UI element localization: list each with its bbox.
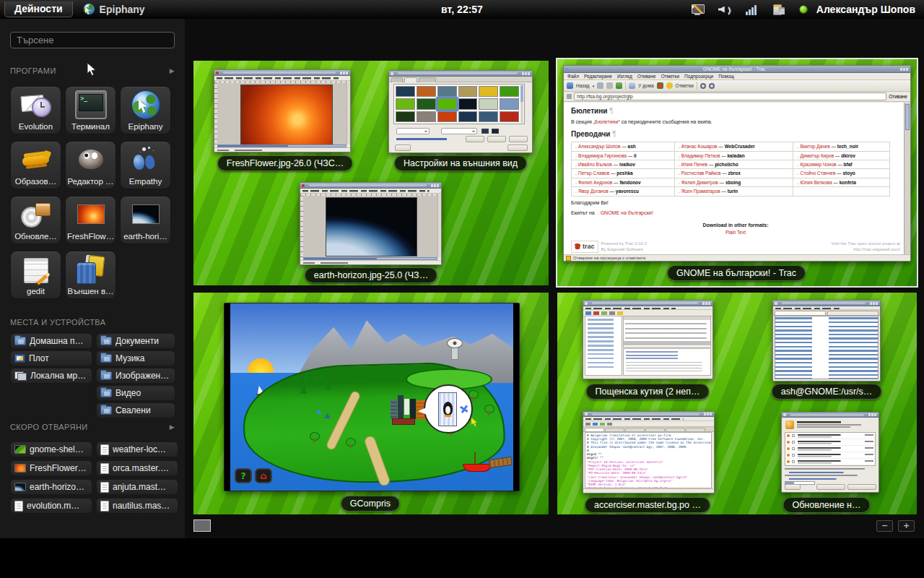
app-tile-empathy[interactable]: Empathy bbox=[120, 141, 171, 189]
translator-link[interactable]: Явор Доганов bbox=[578, 189, 609, 194]
wallpaper-thumb[interactable] bbox=[417, 98, 436, 109]
wallpaper-thumb[interactable] bbox=[417, 86, 436, 97]
update-row[interactable] bbox=[785, 433, 875, 439]
recent-item[interactable]: evolution.m… bbox=[10, 498, 92, 514]
update-row[interactable] bbox=[785, 452, 875, 459]
recent-item[interactable]: nautilus.mas… bbox=[96, 498, 178, 514]
place-item[interactable]: Документи bbox=[96, 333, 175, 349]
volume-icon[interactable] bbox=[718, 4, 731, 15]
translator-link[interactable]: Филип Андонов bbox=[578, 180, 612, 185]
remove-workspace-button[interactable]: − bbox=[876, 520, 893, 532]
update-row[interactable] bbox=[785, 446, 875, 452]
menu-item[interactable]: Файл bbox=[567, 74, 579, 79]
wallpaper-thumb[interactable] bbox=[458, 86, 478, 97]
display-icon[interactable] bbox=[691, 4, 704, 15]
wallpaper-thumb[interactable] bbox=[437, 86, 457, 97]
add-workspace-button[interactable]: + bbox=[898, 520, 915, 532]
translator-link[interactable]: Филип Димитров bbox=[681, 180, 718, 185]
url-field[interactable]: http://fsa-bg.org/project/gtp bbox=[574, 92, 886, 100]
zoom-in-icon[interactable] bbox=[700, 83, 706, 89]
home-icon[interactable] bbox=[629, 82, 635, 89]
update-row[interactable] bbox=[785, 439, 875, 446]
window-epiphany-trac[interactable]: GNOME на български! - Trac ФайлРедактира… bbox=[563, 65, 911, 262]
place-item[interactable]: Видео bbox=[96, 385, 175, 401]
wallpaper-thumb[interactable] bbox=[437, 98, 457, 109]
place-item[interactable]: Музика bbox=[96, 350, 175, 366]
window-update-manager[interactable] bbox=[781, 412, 879, 493]
page-scrollbar[interactable] bbox=[904, 103, 910, 254]
expand-arrow-icon[interactable]: ▶ bbox=[170, 67, 175, 74]
app-tile-image-flower-thumb[interactable]: FreshFlow… bbox=[65, 196, 116, 244]
workspace-4[interactable]: # Bulgarian translation of accerciser po… bbox=[557, 293, 917, 514]
app-tile-evolution-mail[interactable]: Evolution bbox=[10, 86, 61, 134]
app-menu[interactable]: Epiphany bbox=[83, 3, 145, 15]
workspace-1[interactable]: FreshFlower.jpg-26.0 (ЧЗС… Настройки на … bbox=[193, 61, 549, 285]
wallpaper-thumb[interactable] bbox=[500, 111, 519, 122]
app-tile-software-update[interactable]: Обновле… bbox=[10, 196, 61, 244]
wallpaper-thumb[interactable] bbox=[479, 86, 498, 97]
app-tile-gedit[interactable]: gedit bbox=[10, 251, 61, 299]
globe-icon[interactable] bbox=[657, 82, 663, 89]
user-menu[interactable]: Александър Шопов bbox=[816, 4, 915, 15]
activity-bubble[interactable] bbox=[424, 384, 473, 434]
place-item[interactable]: Домашна п… bbox=[10, 333, 92, 349]
expand-arrow-icon[interactable]: ▶ bbox=[170, 423, 175, 431]
recent-item[interactable]: gnome-shel… bbox=[10, 441, 92, 457]
recent-item[interactable]: anjuta.mast… bbox=[96, 479, 178, 495]
wallpaper-thumb[interactable] bbox=[458, 98, 478, 109]
editor-tab[interactable] bbox=[605, 428, 624, 431]
window-gedit-po[interactable]: # Bulgarian translation of accerciser po… bbox=[583, 411, 715, 493]
translator-link[interactable]: Ростислав Райков bbox=[681, 171, 721, 176]
window-terminal[interactable] bbox=[772, 300, 881, 381]
translator-link[interactable]: Петър Славов bbox=[578, 171, 609, 176]
window-appearance-settings[interactable] bbox=[388, 70, 533, 153]
wallpaper-thumb[interactable] bbox=[417, 111, 436, 122]
app-tile-image-earth-thumb[interactable]: earth-hori… bbox=[120, 196, 171, 244]
translator-link[interactable]: Александър Шопов bbox=[578, 144, 620, 149]
menu-item[interactable]: Отметки bbox=[661, 74, 679, 79]
menu-item[interactable]: Подпрозорци bbox=[684, 74, 713, 79]
wallpaper-thumb[interactable] bbox=[396, 98, 415, 109]
wallpaper-thumb[interactable] bbox=[458, 111, 478, 122]
menu-item[interactable]: Изглед bbox=[617, 74, 632, 79]
place-item[interactable]: Локална мр… bbox=[10, 368, 92, 384]
window-gcompris[interactable]: ? ⌂ bbox=[224, 303, 520, 491]
workspace-2-active[interactable]: GNOME на български! - Trac ФайлРедактира… bbox=[557, 59, 917, 286]
plain-text-link[interactable]: Plain Text bbox=[725, 230, 746, 235]
translator-link[interactable]: Владимир Петков bbox=[681, 153, 720, 158]
wallpaper-thumb[interactable] bbox=[396, 111, 415, 122]
home-button[interactable]: ⌂ bbox=[255, 468, 272, 483]
search-input[interactable] bbox=[10, 32, 175, 48]
stop-icon[interactable] bbox=[606, 82, 613, 89]
translator-link[interactable]: Юлия Велкова bbox=[800, 180, 832, 185]
wallpaper-thumb[interactable] bbox=[437, 111, 457, 122]
editor-tab[interactable] bbox=[645, 428, 665, 431]
recent-item[interactable]: FreshFlower… bbox=[10, 460, 92, 476]
window-freshflower-gimp[interactable] bbox=[214, 69, 351, 152]
bulletins-link[interactable]: Бюлетини bbox=[595, 119, 618, 124]
translator-link[interactable]: Димитър Киров bbox=[800, 153, 834, 158]
translator-link[interactable]: Виктор Дачев bbox=[800, 144, 829, 149]
recent-item[interactable]: earth-horizo… bbox=[10, 479, 92, 495]
recent-item[interactable]: orca.master.… bbox=[96, 460, 178, 476]
update-row[interactable] bbox=[785, 459, 875, 465]
place-item[interactable]: Плот bbox=[10, 350, 92, 366]
menu-item[interactable]: Редактиране bbox=[584, 74, 612, 79]
workspace-3[interactable]: ? ⌂ GCompris bbox=[193, 293, 549, 514]
editor-tab[interactable] bbox=[585, 428, 604, 431]
zoom-out-icon[interactable] bbox=[709, 83, 715, 89]
place-item[interactable]: Свалени bbox=[96, 402, 175, 418]
app-tile-terminal[interactable]: Терминал bbox=[65, 86, 116, 134]
back-icon[interactable] bbox=[567, 82, 573, 89]
clock[interactable]: вт, 22:57 bbox=[441, 4, 483, 15]
wallpaper-thumb[interactable] bbox=[479, 98, 498, 109]
editor-tab[interactable] bbox=[625, 428, 645, 431]
editor-tab[interactable] bbox=[686, 428, 705, 431]
place-item[interactable]: Изображен… bbox=[96, 368, 175, 384]
app-tile-appearance-theme[interactable]: Външен в… bbox=[65, 251, 116, 299]
translator-link[interactable]: Красимир Чонов bbox=[800, 162, 836, 167]
translator-link[interactable]: Илия Пенев bbox=[681, 162, 707, 167]
wallpaper-thumb[interactable] bbox=[396, 86, 415, 97]
editor-tab[interactable] bbox=[666, 428, 685, 431]
translator-link[interactable]: Ивайло Вълков bbox=[578, 162, 612, 167]
